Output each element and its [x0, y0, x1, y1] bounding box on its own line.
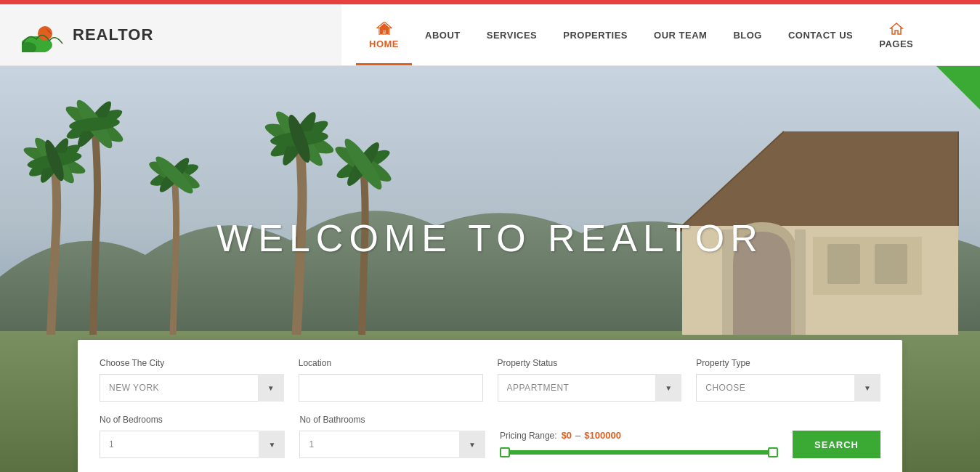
type-select-wrapper: CHOOSE ▼	[696, 374, 880, 402]
bathrooms-select[interactable]: 1	[299, 431, 485, 458]
nav-item-ourteam[interactable]: OUR TEAM	[641, 4, 720, 65]
range-thumb-left[interactable]	[500, 447, 510, 457]
home-icon	[376, 21, 392, 36]
type-field-group: Property Type CHOOSE ▼	[696, 358, 880, 402]
nav-item-pages[interactable]: PAGES	[866, 4, 926, 65]
nav-label-ourteam: OUR TEAM	[654, 30, 707, 41]
city-select-wrapper: NEW YORK ▼	[100, 374, 284, 402]
logo-text: REALTOR	[73, 25, 153, 44]
nav-item-properties[interactable]: PROPERTIES	[550, 4, 641, 65]
bedrooms-label: No of Bedrooms	[100, 415, 285, 425]
nav-item-home[interactable]: HOME	[356, 4, 412, 65]
bedrooms-select[interactable]: 1	[100, 431, 285, 458]
svg-point-2	[38, 26, 52, 41]
logo-icon	[22, 17, 65, 52]
nav-item-contact[interactable]: CONTACT US	[775, 4, 866, 65]
range-thumb-right[interactable]	[768, 447, 778, 457]
nav-label-blog: BLOG	[733, 30, 762, 41]
nav-label-about: ABOUT	[425, 30, 461, 41]
main-nav: HOME ABOUT SERVICES PROPERTIES OUR TEAM …	[341, 4, 980, 65]
price-max: $100000	[584, 430, 621, 441]
city-select[interactable]: NEW YORK	[100, 374, 284, 402]
location-label: Location	[299, 358, 483, 368]
nav-label-pages: PAGES	[879, 38, 913, 49]
nav-item-services[interactable]: SERVICES	[474, 4, 551, 65]
status-label: Property Status	[498, 358, 682, 368]
search-btn-group: SEARCH	[793, 431, 880, 458]
search-panel: Choose The City NEW YORK ▼ Location Prop…	[78, 340, 902, 472]
nav-label-home: HOME	[369, 38, 399, 49]
bathrooms-label: No of Bathrooms	[299, 415, 485, 425]
bedrooms-select-wrapper: 1 ▼	[100, 431, 285, 458]
status-select[interactable]: APPARTMENT	[498, 374, 682, 402]
nav-item-about[interactable]: ABOUT	[412, 4, 474, 65]
palm-tree-center	[145, 131, 203, 335]
pricing-label: Pricing Range:	[500, 431, 557, 441]
logo-area: REALTOR	[0, 17, 341, 52]
svg-rect-32	[827, 244, 860, 284]
range-track	[500, 450, 778, 455]
search-row-1: Choose The City NEW YORK ▼ Location Prop…	[100, 358, 880, 402]
hero-title: WELCOME TO REALTOR	[216, 216, 764, 260]
pricing-label-row: Pricing Range: $0 – $100000	[500, 430, 778, 441]
search-button[interactable]: SEARCH	[793, 431, 880, 458]
header: REALTOR HOME ABOUT SERVICES PROPERTIES O…	[0, 4, 980, 66]
type-select[interactable]: CHOOSE	[696, 374, 880, 402]
bedrooms-field-group: No of Bedrooms 1 ▼	[100, 415, 285, 458]
nav-label-services: SERVICES	[487, 30, 538, 41]
search-row-2: No of Bedrooms 1 ▼ No of Bathrooms 1 ▼	[100, 415, 880, 458]
price-sep: –	[575, 430, 580, 441]
palm-tree-left-2	[58, 66, 131, 335]
location-field-group: Location	[299, 358, 483, 402]
bathrooms-field-group: No of Bathrooms 1 ▼	[299, 415, 485, 458]
nav-item-blog[interactable]: BLOG	[720, 4, 775, 65]
hero-section: WELCOME TO REALTOR Choose The City NEW Y…	[0, 66, 980, 472]
status-select-wrapper: APPARTMENT ▼	[498, 374, 682, 402]
type-label: Property Type	[696, 358, 880, 368]
svg-rect-33	[875, 244, 907, 284]
status-field-group: Property Status APPARTMENT ▼	[498, 358, 682, 402]
pricing-field-group: Pricing Range: $0 – $100000	[500, 430, 778, 458]
nav-label-properties: PROPERTIES	[563, 30, 628, 41]
pages-icon	[888, 21, 904, 36]
price-min: $0	[562, 430, 572, 441]
bathrooms-select-wrapper: 1 ▼	[299, 431, 485, 458]
range-slider[interactable]	[500, 447, 778, 458]
location-input[interactable]	[299, 374, 483, 402]
city-label: Choose The City	[100, 358, 284, 368]
city-field-group: Choose The City NEW YORK ▼	[100, 358, 284, 402]
svg-rect-30	[795, 229, 806, 335]
nav-label-contact: CONTACT US	[788, 30, 853, 41]
